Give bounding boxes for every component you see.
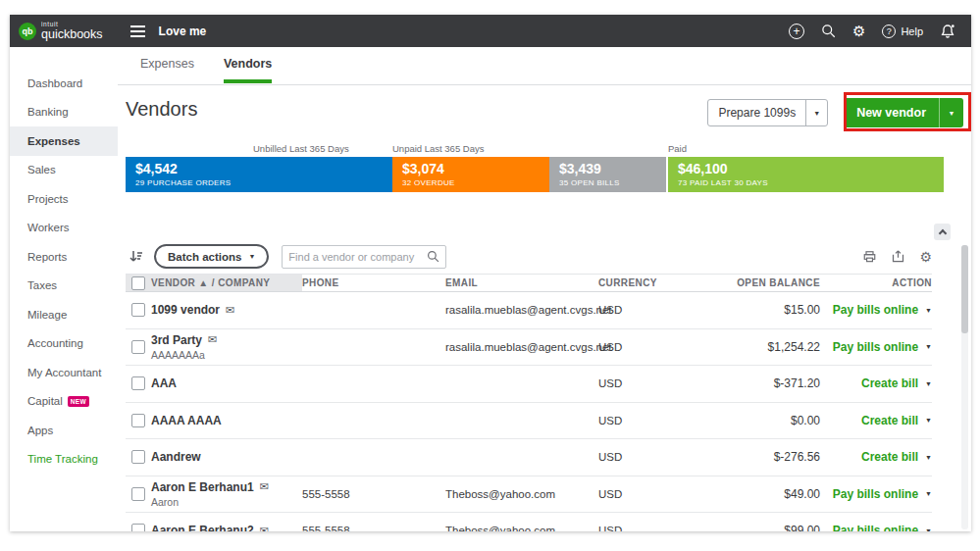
action-chevron-down-icon[interactable] [925, 307, 932, 314]
envelope-icon [260, 481, 269, 492]
vendor-phone [302, 366, 445, 402]
column-phone[interactable]: PHONE [302, 275, 445, 291]
create-plus-icon[interactable] [789, 24, 804, 39]
header-checkbox-cell [126, 275, 151, 291]
app-window: qb intuit quickbooks Love me Help Dashbo… [10, 15, 971, 531]
row-action-link[interactable]: Create bill [861, 376, 918, 390]
column-email[interactable]: EMAIL [445, 275, 598, 291]
envelope-icon [226, 305, 234, 316]
sidebar-item-expenses[interactable]: Expenses [10, 126, 118, 156]
sidebar-item-mileage[interactable]: Mileage [10, 300, 118, 329]
row-checkbox[interactable] [131, 524, 145, 531]
sidebar-item-projects[interactable]: Projects [10, 184, 118, 214]
sidebar-item-taxes[interactable]: Taxes [10, 272, 118, 301]
sidebar-item-apps[interactable]: Apps [10, 416, 118, 445]
moneybar-segment-open-bills[interactable]: $3,439 35 OPEN BILLS [549, 157, 666, 192]
table-header: VENDOR ▲ / COMPANY PHONE EMAIL CURRENCY … [126, 274, 932, 292]
action-chevron-down-icon[interactable] [925, 527, 932, 531]
vendor-search-box [282, 245, 446, 269]
sidebar-item-sales[interactable]: Sales [10, 156, 118, 185]
tab-vendors[interactable]: Vendors [224, 57, 272, 83]
vendor-name-link[interactable]: AAA [151, 376, 177, 390]
moneybar-segment-overdue[interactable]: $3,074 32 OVERDUE [392, 157, 549, 192]
row-action-link[interactable]: Pay bills online [833, 303, 918, 317]
gear-icon[interactable] [852, 23, 865, 40]
vendor-name-link[interactable]: 3rd Party [151, 333, 202, 347]
moneybar-segment-paid[interactable]: $46,100 73 PAID LAST 30 DAYS [668, 157, 944, 192]
row-action-link[interactable]: Pay bills online [833, 524, 918, 531]
vendor-name-link[interactable]: AAAA AAAA [151, 414, 222, 427]
action-chevron-down-icon[interactable] [925, 490, 932, 497]
moneybar-label-unbilled: Unbilled Last 365 Days [253, 143, 349, 154]
action-chevron-down-icon[interactable] [925, 417, 932, 424]
row-checkbox[interactable] [131, 414, 145, 427]
row-action-link[interactable]: Create bill [861, 414, 918, 427]
search-icon[interactable] [427, 250, 439, 263]
prepare-1099s-dropdown[interactable] [805, 100, 827, 125]
notifications-bell-icon[interactable] [940, 24, 955, 39]
vendor-name-link[interactable]: Aandrew [151, 450, 201, 464]
action-chevron-down-icon[interactable] [925, 454, 932, 461]
table-settings-gear-icon[interactable] [919, 249, 932, 265]
row-checkbox[interactable] [131, 376, 145, 390]
row-action-link[interactable]: Pay bills online [833, 487, 918, 501]
vendor-open-balance: $1,254.22 [675, 329, 820, 366]
row-checkbox[interactable] [131, 340, 145, 354]
sidebar-item-my-accountant[interactable]: My Accountant [10, 358, 118, 387]
row-checkbox[interactable] [131, 450, 145, 464]
batch-actions-button[interactable]: Batch actions [154, 244, 269, 269]
action-chevron-down-icon[interactable] [925, 343, 932, 350]
envelope-icon [260, 526, 269, 531]
vendor-email: Theboss@yahoo.com [445, 476, 598, 513]
vendor-currency: USD [598, 329, 675, 366]
vendor-search-input[interactable] [288, 251, 427, 263]
vendor-open-balance: $15.00 [675, 292, 820, 328]
vendor-phone: 555-5558 [302, 476, 445, 513]
action-chevron-down-icon[interactable] [925, 380, 932, 387]
table-row: 3rd Party AAAAAAAa rasalila.mueblas@agen… [126, 329, 932, 367]
row-checkbox[interactable] [131, 487, 145, 501]
select-all-checkbox[interactable] [131, 276, 145, 290]
brand-text: intuit quickbooks [41, 22, 103, 41]
scrollbar-track[interactable] [961, 245, 968, 529]
header-buttons: Prepare 1099s New vendor [707, 98, 963, 127]
quickbooks-logo[interactable]: qb intuit quickbooks [10, 22, 103, 41]
sidebar-item-workers[interactable]: Workers [10, 214, 118, 243]
column-vendor[interactable]: VENDOR ▲ / COMPANY [151, 275, 302, 291]
collapse-chevron-up-icon[interactable] [934, 224, 951, 240]
vendor-name-link[interactable]: Aaron E Berhanu2 [151, 524, 254, 531]
vendor-open-balance: $-276.56 [675, 439, 820, 476]
sidebar-item-banking[interactable]: Banking [10, 98, 118, 127]
tab-expenses[interactable]: Expenses [140, 57, 194, 83]
vendor-name-link[interactable]: 1099 vendor [151, 303, 220, 317]
page-title: Vendors [126, 98, 197, 121]
sidebar-item-time-tracking[interactable]: Time Tracking [10, 445, 118, 475]
help-button[interactable]: Help [882, 25, 923, 38]
sidebar-item-capital[interactable]: CapitalNEW [10, 387, 118, 417]
vendor-email [445, 403, 598, 439]
row-action-link[interactable]: Create bill [861, 450, 918, 464]
row-action-link[interactable]: Pay bills online [833, 340, 918, 354]
sidebar: Dashboard Banking Expenses Sales Project… [10, 47, 118, 531]
new-vendor-dropdown[interactable] [939, 98, 963, 127]
column-currency[interactable]: CURRENCY [598, 275, 675, 291]
column-open-balance[interactable]: OPEN BALANCE [675, 275, 820, 291]
sidebar-item-dashboard[interactable]: Dashboard [10, 69, 118, 98]
vendor-currency: USD [598, 476, 675, 513]
help-label: Help [901, 25, 923, 37]
vendor-name-link[interactable]: Aaron E Berhanu1 [151, 480, 254, 494]
moneybar-segment-purchase-orders[interactable]: $4,542 29 PURCHASE ORDERS [126, 157, 392, 192]
new-vendor-button[interactable]: New vendor [844, 98, 963, 127]
export-icon[interactable] [891, 249, 905, 264]
vendor-email: Theboss@yahoo.com [445, 513, 598, 531]
row-checkbox[interactable] [131, 303, 145, 317]
sort-icon[interactable] [129, 249, 144, 265]
sidebar-item-reports[interactable]: Reports [10, 242, 118, 272]
hamburger-menu-icon[interactable] [130, 23, 145, 40]
sidebar-item-accounting[interactable]: Accounting [10, 329, 118, 359]
scrollbar-thumb[interactable] [961, 245, 968, 333]
print-icon[interactable] [862, 250, 877, 264]
search-icon[interactable] [821, 24, 836, 38]
prepare-1099s-button[interactable]: Prepare 1099s [707, 99, 828, 126]
envelope-icon [208, 334, 217, 345]
